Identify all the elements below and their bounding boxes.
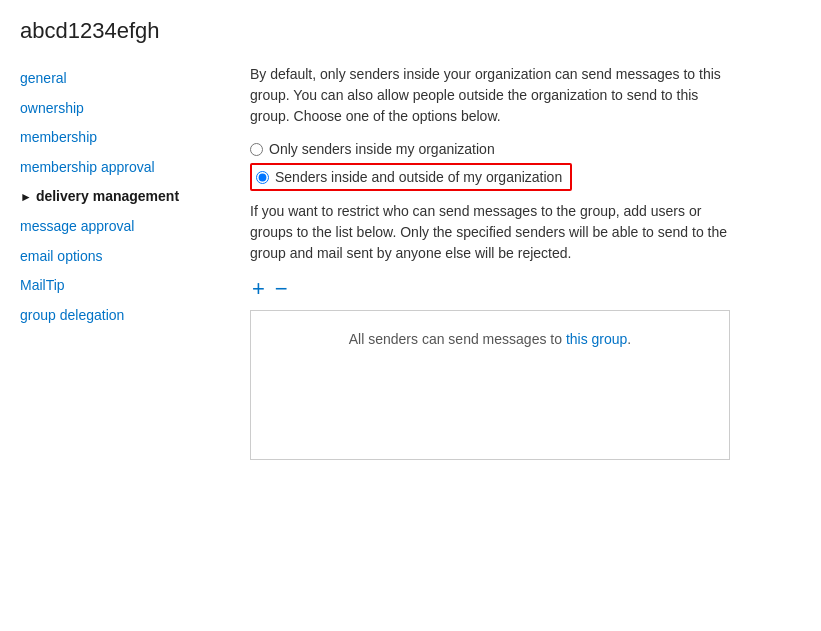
radio-option-2[interactable]: Senders inside and outside of my organiz… — [250, 163, 791, 191]
radio-group: Only senders inside my organization Send… — [250, 141, 791, 191]
description-text: By default, only senders inside your org… — [250, 64, 730, 127]
sidebar-item-email-options[interactable]: email options — [20, 242, 230, 272]
sidebar-item-ownership[interactable]: ownership — [20, 94, 230, 124]
sidebar-item-message-approval[interactable]: message approval — [20, 212, 230, 242]
add-button[interactable]: + — [250, 278, 267, 300]
senders-box: All senders can send messages to this gr… — [250, 310, 730, 460]
sidebar-item-delivery-management[interactable]: ► delivery management — [20, 182, 230, 212]
remove-button[interactable]: − — [273, 278, 290, 300]
radio-highlighted-box: Senders inside and outside of my organiz… — [250, 163, 572, 191]
sidebar-item-label: membership approval — [20, 158, 155, 178]
page-title: abcd1234efgh — [0, 0, 821, 54]
radio-option-1[interactable]: Only senders inside my organization — [250, 141, 791, 157]
sidebar-item-label: ownership — [20, 99, 84, 119]
arrow-icon: ► — [20, 189, 32, 206]
sidebar-item-label: MailTip — [20, 276, 65, 296]
main-content: By default, only senders inside your org… — [230, 54, 821, 480]
this-group-link[interactable]: this group — [566, 331, 627, 347]
sidebar-item-mailtip[interactable]: MailTip — [20, 271, 230, 301]
sidebar-item-group-delegation[interactable]: group delegation — [20, 301, 230, 331]
sidebar-item-label: message approval — [20, 217, 134, 237]
sidebar-item-label: delivery management — [36, 187, 179, 207]
restriction-note: If you want to restrict who can send mes… — [250, 201, 730, 264]
radio-inside-outside[interactable] — [256, 171, 269, 184]
sidebar-item-label: group delegation — [20, 306, 124, 326]
sidebar-item-membership[interactable]: membership — [20, 123, 230, 153]
radio-option-2-label: Senders inside and outside of my organiz… — [275, 169, 562, 185]
sidebar-item-label: general — [20, 69, 67, 89]
sidebar: general ownership membership membership … — [0, 54, 230, 480]
sidebar-item-general[interactable]: general — [20, 64, 230, 94]
toolbar: + − — [250, 278, 791, 300]
radio-option-1-label: Only senders inside my organization — [269, 141, 495, 157]
senders-box-text: All senders can send messages to this gr… — [349, 331, 632, 347]
sidebar-item-label: email options — [20, 247, 103, 267]
sidebar-item-label: membership — [20, 128, 97, 148]
radio-inside-only[interactable] — [250, 143, 263, 156]
sidebar-item-membership-approval[interactable]: membership approval — [20, 153, 230, 183]
